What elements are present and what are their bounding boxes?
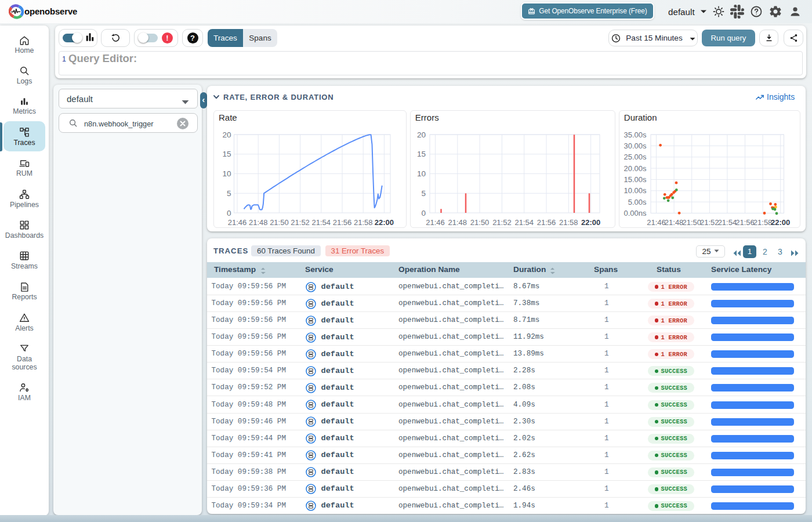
svg-text:21:52: 21:52 bbox=[700, 218, 719, 227]
svg-text:21:54: 21:54 bbox=[514, 218, 534, 227]
svg-text:20: 20 bbox=[222, 130, 231, 139]
svg-text:5.00s: 5.00s bbox=[628, 198, 647, 206]
svg-text:10: 10 bbox=[417, 169, 426, 178]
svg-text:21:56: 21:56 bbox=[333, 218, 352, 227]
svg-text:21:52: 21:52 bbox=[492, 218, 512, 227]
svg-text:21:56: 21:56 bbox=[537, 218, 556, 227]
svg-text:30.00s: 30.00s bbox=[624, 142, 647, 150]
svg-text:10: 10 bbox=[222, 169, 231, 178]
svg-text:5: 5 bbox=[421, 189, 426, 198]
svg-text:15.00s: 15.00s bbox=[624, 175, 647, 184]
svg-text:20.00s: 20.00s bbox=[624, 164, 647, 173]
svg-text:10.00s: 10.00s bbox=[624, 186, 647, 195]
svg-text:21:50: 21:50 bbox=[682, 218, 701, 227]
svg-text:0: 0 bbox=[421, 209, 426, 217]
svg-text:0: 0 bbox=[227, 209, 231, 217]
svg-text:21:46: 21:46 bbox=[228, 218, 247, 227]
svg-text:21:58: 21:58 bbox=[559, 218, 578, 227]
svg-text:21:46: 21:46 bbox=[647, 218, 666, 227]
svg-text:22:00: 22:00 bbox=[771, 218, 790, 227]
svg-text:21:50: 21:50 bbox=[470, 218, 490, 227]
svg-text:21:56: 21:56 bbox=[735, 218, 755, 227]
svg-text:15: 15 bbox=[417, 150, 426, 158]
svg-text:22:00: 22:00 bbox=[581, 218, 600, 227]
svg-text:22:00: 22:00 bbox=[375, 218, 394, 227]
svg-text:20: 20 bbox=[417, 130, 426, 139]
svg-text:21:46: 21:46 bbox=[426, 218, 445, 227]
svg-text:5: 5 bbox=[227, 189, 231, 198]
svg-text:21:48: 21:48 bbox=[249, 218, 268, 227]
svg-text:21:48: 21:48 bbox=[665, 218, 684, 227]
svg-text:15: 15 bbox=[222, 150, 231, 158]
svg-text:21:48: 21:48 bbox=[448, 218, 467, 227]
svg-text:21:50: 21:50 bbox=[270, 218, 289, 227]
svg-text:21:52: 21:52 bbox=[291, 218, 310, 227]
svg-text:0.00ns: 0.00ns bbox=[624, 209, 647, 217]
svg-text:21:54: 21:54 bbox=[718, 218, 737, 227]
svg-text:25.00s: 25.00s bbox=[624, 153, 647, 161]
svg-text:35.00s: 35.00s bbox=[624, 130, 647, 139]
svg-text:21:54: 21:54 bbox=[312, 218, 331, 227]
svg-text:21:58: 21:58 bbox=[753, 218, 773, 227]
svg-text:21:58: 21:58 bbox=[354, 218, 373, 227]
